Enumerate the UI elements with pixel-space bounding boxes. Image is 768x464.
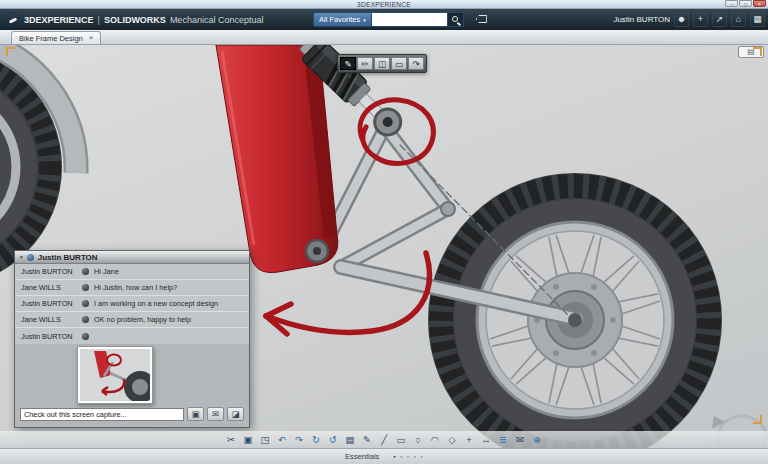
add-content-button[interactable]: + [693,12,708,27]
toolbar-line-button[interactable]: ╱ [377,432,392,447]
toolbar-message-button[interactable]: ✉ [513,432,528,447]
favorites-dropdown[interactable]: All Favorites ▾ [313,12,372,27]
brand-area: 3DEXPERIENCE | SOLIDWORKS Mechanical Con… [0,12,263,27]
toolbar-sketch-button[interactable]: ✎ [360,432,375,447]
page-dots: ● ● ● ● ● [393,454,423,459]
brand-divider: | [98,15,100,25]
page-dot[interactable]: ● [400,454,403,459]
pen-tool-button[interactable]: ✎ [340,57,356,70]
page-dot[interactable]: ● [407,454,410,459]
marker-icon: ✏ [361,59,368,69]
page-dot[interactable]: ● [420,454,423,459]
chat-copy-button[interactable]: ▣ [187,407,204,421]
frame-icon: ▭ [395,59,403,69]
user-cluster: Justin BURTON ☻ + ↗ ⌂ ▦ [613,9,765,30]
chat-panel: ▾ Justin BURTON Justin BURTON Hi Jane Ja… [14,250,250,428]
tab-close-icon[interactable]: × [89,34,94,42]
envelope-icon: ✉ [212,409,219,419]
maximize-button[interactable]: □ [739,0,752,7]
toolbar-undo-button[interactable]: ↶ [275,432,290,447]
home-icon: ⌂ [736,14,741,24]
minimize-button[interactable]: – [725,0,738,7]
toolbar-rectangle-button[interactable]: ▭ [394,432,409,447]
share-button[interactable]: ↗ [712,12,727,27]
chat-message-input[interactable] [20,408,184,421]
eraser-tool-button[interactable]: ◫ [374,57,390,70]
toolbar-cut-button[interactable]: ✂ [224,432,239,447]
user-profile-button[interactable]: ☻ [674,12,689,27]
frame-beam-red[interactable] [216,45,338,273]
eraser-icon: ◫ [378,59,386,69]
3ds-compass-logo-icon[interactable] [5,12,20,27]
toolbar-move-button[interactable]: + [462,432,477,447]
chat-message-row: Jane WILLS Hi Justin, how can I help? [15,280,249,296]
tab-bike-frame-design[interactable]: Bike Frame Design × [11,31,101,44]
search-button[interactable] [448,12,464,27]
toolbar-refresh-button[interactable]: ↺ [326,432,341,447]
plus-icon: + [698,14,703,24]
close-button[interactable]: × [753,0,766,7]
chat-author: Justin BURTON [15,267,77,276]
window-titlebar[interactable]: 3DEXPERIENCE – □ × [0,0,768,9]
eraser-icon: ◪ [231,409,239,419]
search-input[interactable] [372,12,448,27]
chat-message-text: OK no problem, happy to help [94,315,249,324]
chat-eraser-button[interactable]: ◪ [227,407,244,421]
chat-message-row: Justin BURTON I am working on a new conc… [15,296,249,312]
3d-viewport[interactable]: ✎ ✏ ◫ ▭ ↷ ▤ ▾ Justin BURTON Justin BURTO… [0,45,768,448]
apps-button[interactable]: ▦ [750,12,765,27]
user-name: Justin BURTON [613,15,670,24]
toolbar-web-button[interactable]: ⊕ [530,432,545,447]
tab-label: Bike Frame Design [19,34,83,43]
chat-title: Justin BURTON [38,253,98,262]
chat-author: Justin BURTON [15,332,77,341]
search-cluster: All Favorites ▾ [313,12,491,27]
chat-email-button[interactable]: ✉ [207,407,224,421]
session-corner-top-right [753,47,762,56]
pen-icon: ✎ [344,59,351,69]
toolbar-redo-button[interactable]: ↷ [292,432,307,447]
status-bar: Essentials ● ● ● ● ● [0,448,768,464]
toolbar-view-cube-button[interactable]: ◳ [258,432,273,447]
page-dot[interactable]: ● [393,454,396,459]
chat-message-text: I am working on a new concept design [94,299,249,308]
chat-input-bar: ▣ ✉ ◪ [15,404,249,427]
chat-author: Jane WILLS [15,283,77,292]
apps-grid-icon: ▦ [753,14,762,24]
chat-contact-icon [27,254,34,261]
toolbar-copy-button[interactable]: ▣ [241,432,256,447]
toolbar-polygon-button[interactable]: ◇ [445,432,460,447]
toolbar-layers-button[interactable]: ≣ [496,432,511,447]
window-controls: – □ × [725,0,766,8]
redo-arrow-icon: ↷ [412,59,419,69]
chevron-down-icon: ▾ [363,17,366,23]
avatar [82,268,89,275]
chat-author: Justin BURTON [15,299,77,308]
chevron-down-icon[interactable]: ▾ [20,254,23,260]
chat-titlebar[interactable]: ▾ Justin BURTON [15,251,249,264]
session-corner-bottom-right [753,415,762,424]
toolbar-arc-button[interactable]: ◠ [428,432,443,447]
home-button[interactable]: ⌂ [731,12,746,27]
share-icon: ↗ [716,14,724,24]
page-dot[interactable]: ● [413,454,416,459]
avatar [82,284,89,291]
window-title: 3DEXPERIENCE [357,1,411,8]
chat-message-row: Justin BURTON [15,328,249,344]
chat-author: Jane WILLS [15,315,77,324]
frame-tool-button[interactable]: ▭ [391,57,407,70]
search-icon [452,16,458,22]
session-corner-top-left [6,47,15,56]
redo-tool-button[interactable]: ↷ [408,57,424,70]
avatar [82,300,89,307]
chat-message-text: Hi Jane [94,267,249,276]
toolbar-circle-button[interactable]: ○ [411,432,426,447]
marker-tool-button[interactable]: ✏ [357,57,373,70]
tab-bar: Bike Frame Design × [0,30,768,45]
toolbar-rotate-view-button[interactable]: ↻ [309,432,324,447]
tag-button[interactable] [473,12,491,27]
swingarm[interactable] [323,127,455,273]
toolbar-dimension-button[interactable]: ↔ [479,432,494,447]
toolbar-new-sheet-button[interactable]: ▤ [343,432,358,447]
chat-screenshot-thumbnail[interactable] [77,346,153,404]
